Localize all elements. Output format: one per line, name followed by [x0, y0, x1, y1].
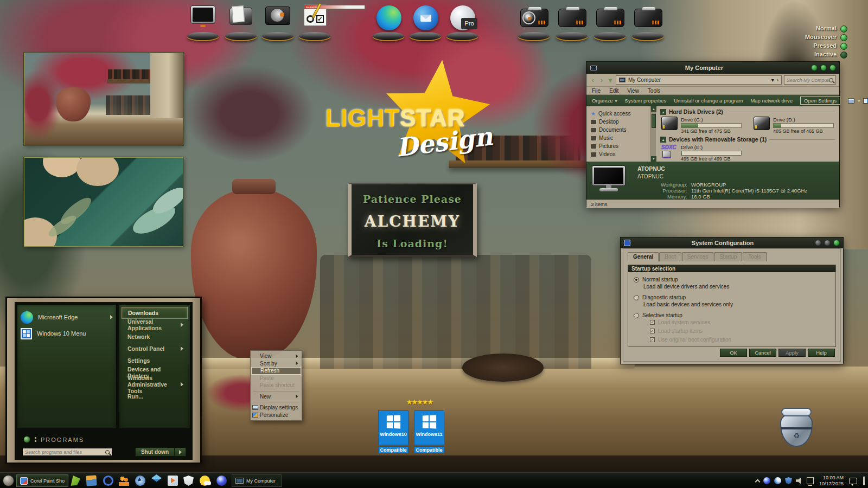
dock-item-drive-1[interactable] — [554, 3, 590, 40]
start-item-settings[interactable]: Settings — [122, 355, 188, 367]
start-item-universal-applications[interactable]: Universal Applications — [122, 319, 188, 331]
dock-item-drive-2[interactable] — [592, 3, 628, 40]
drive-e-item[interactable]: SDXC Drive (E:) 495 GB free of 499 GB — [661, 144, 742, 162]
tray-orb-icon[interactable] — [763, 477, 770, 484]
context-display-settings[interactable]: Display settings — [251, 404, 302, 412]
drive-c-item[interactable]: Drive (C:) 341 GB free of 475 GB — [661, 117, 742, 134]
breadcrumb[interactable]: My Computer ▾ › — [616, 75, 782, 85]
start-item-windows10-menu[interactable]: Windows 10 Menu — [21, 325, 113, 342]
layers-app-icon[interactable] — [151, 474, 162, 487]
recycle-bin-icon[interactable] — [779, 407, 814, 448]
dock-item-drive-camera[interactable] — [516, 3, 552, 40]
dock-item-google-earth[interactable]: Pro — [445, 3, 481, 40]
ok-button[interactable]: OK — [720, 349, 747, 357]
title-bar[interactable]: System Configuration — [621, 237, 843, 248]
minimize-button[interactable] — [815, 240, 821, 246]
load-system-services-checkbox[interactable]: Load system services — [650, 319, 830, 325]
dock-item-network[interactable] — [260, 3, 296, 40]
cursor-app-icon[interactable] — [135, 476, 145, 486]
start-button[interactable] — [3, 475, 14, 486]
use-original-boot-checkbox[interactable]: Use original boot configuration — [650, 337, 830, 343]
collapse-icon[interactable] — [660, 109, 666, 115]
clock[interactable]: 10:00 AM 10/17/2025 — [819, 475, 844, 486]
tab-startup[interactable]: Startup — [714, 252, 742, 261]
checkbox-icon[interactable] — [650, 329, 655, 333]
title-bar[interactable]: My Computer — [586, 62, 839, 74]
start-search-input[interactable] — [25, 450, 105, 455]
collapse-icon[interactable] — [660, 137, 666, 143]
start-item-downloads[interactable]: Downloads — [122, 307, 188, 319]
search-input[interactable] — [787, 78, 829, 83]
menu-edit[interactable]: Edit — [609, 88, 618, 94]
menu-file[interactable]: File — [592, 88, 601, 94]
help-button[interactable]: Help — [808, 349, 835, 357]
sidebar-item-documents[interactable]: Documents — [591, 126, 650, 134]
view-dropdown-icon[interactable] — [858, 98, 860, 104]
radio-icon[interactable] — [634, 313, 639, 318]
sidebar-item-quick-access[interactable]: ★Quick access — [591, 110, 650, 118]
refresh-arrow-icon[interactable]: › — [777, 77, 778, 83]
notification-center-icon[interactable] — [849, 478, 857, 484]
menu-view[interactable]: View — [627, 88, 639, 94]
context-view[interactable]: View — [251, 352, 302, 360]
dock-item-my-computer[interactable] — [186, 3, 221, 40]
change-view-icon[interactable] — [848, 98, 854, 104]
load-startup-items-checkbox[interactable]: Load startup items — [650, 328, 830, 334]
menu-tools[interactable]: Tools — [648, 88, 660, 94]
tray-moon-icon[interactable] — [774, 477, 781, 484]
dock-item-drive-3[interactable] — [630, 3, 666, 40]
selective-startup-radio[interactable]: Selective startup — [634, 312, 830, 318]
ring-app-icon[interactable] — [103, 476, 113, 486]
programs-row[interactable]: PROGRAMS — [23, 436, 190, 443]
task-button-corel[interactable]: Corel Paint Shop P... — [16, 474, 68, 487]
scrollbar[interactable]: ▲ ▼ — [650, 106, 656, 162]
tab-boot[interactable]: Boot — [659, 252, 681, 261]
shutdown-button[interactable]: Shut down — [135, 447, 175, 457]
shutdown-options-button[interactable] — [175, 447, 186, 457]
dropdown-chevron-icon[interactable]: ▾ — [771, 77, 774, 83]
section-removable[interactable]: Devices with Removable Storage (1) — [660, 136, 835, 143]
show-desktop-button[interactable] — [863, 477, 865, 485]
tray-security-icon[interactable] — [785, 477, 792, 484]
search-box[interactable] — [784, 75, 836, 85]
sidebar-item-music[interactable]: Music — [591, 134, 650, 142]
context-personalize[interactable]: Personalize — [251, 412, 302, 419]
speaker-icon[interactable] — [796, 477, 803, 484]
scroll-thumb[interactable] — [652, 114, 656, 128]
back-icon[interactable]: ‹ — [590, 76, 596, 84]
radio-icon[interactable] — [634, 277, 639, 282]
tab-tools[interactable]: Tools — [743, 252, 766, 261]
uninstall-button[interactable]: Uninstall or change a program — [674, 98, 743, 104]
checkbox-icon[interactable] — [650, 320, 655, 325]
network-icon[interactable] — [807, 477, 814, 484]
section-hard-disks[interactable]: Hard Disk Drives (2) — [660, 108, 835, 115]
task-button-my-computer[interactable]: My Computer — [232, 474, 282, 487]
open-settings-button[interactable]: Open Settings — [800, 97, 840, 105]
checkbox-icon[interactable] — [650, 337, 655, 342]
orb-app-icon[interactable] — [216, 476, 227, 486]
search-icon[interactable] — [829, 78, 833, 82]
start-item-edge[interactable]: Microsoft Edge — [21, 309, 113, 325]
wallpaper-preview-leaves[interactable] — [24, 157, 183, 247]
radio-icon[interactable] — [634, 295, 639, 300]
dock-item-devices[interactable] — [224, 3, 259, 40]
weather-app-icon[interactable] — [200, 476, 210, 486]
forward-icon[interactable]: › — [598, 76, 605, 84]
leaf-app-icon[interactable] — [70, 476, 80, 486]
sidebar-item-desktop[interactable]: Desktop — [591, 118, 650, 126]
drive-d-item[interactable]: Drive (D:) 405 GB free of 465 GB — [754, 117, 834, 134]
apply-button[interactable]: Apply — [778, 349, 806, 357]
wallpaper-preview-alchemy[interactable] — [24, 53, 183, 145]
tab-services[interactable]: Services — [682, 252, 713, 261]
minimize-button[interactable] — [811, 65, 818, 71]
diagnostic-startup-radio[interactable]: Diagnostic startup — [634, 294, 830, 300]
shield-app-icon[interactable] — [183, 476, 194, 486]
start-item-control-panel[interactable]: Control Panel — [122, 343, 188, 355]
start-item-admin-tools[interactable]: Windows Administrative Tools — [122, 378, 188, 390]
context-refresh[interactable]: Refresh — [251, 367, 301, 375]
maximize-button[interactable] — [824, 240, 831, 246]
maximize-button[interactable] — [820, 65, 827, 71]
organize-button[interactable]: Organize — [592, 98, 617, 104]
start-item-network[interactable]: Network — [122, 331, 188, 343]
close-button[interactable] — [833, 240, 840, 246]
